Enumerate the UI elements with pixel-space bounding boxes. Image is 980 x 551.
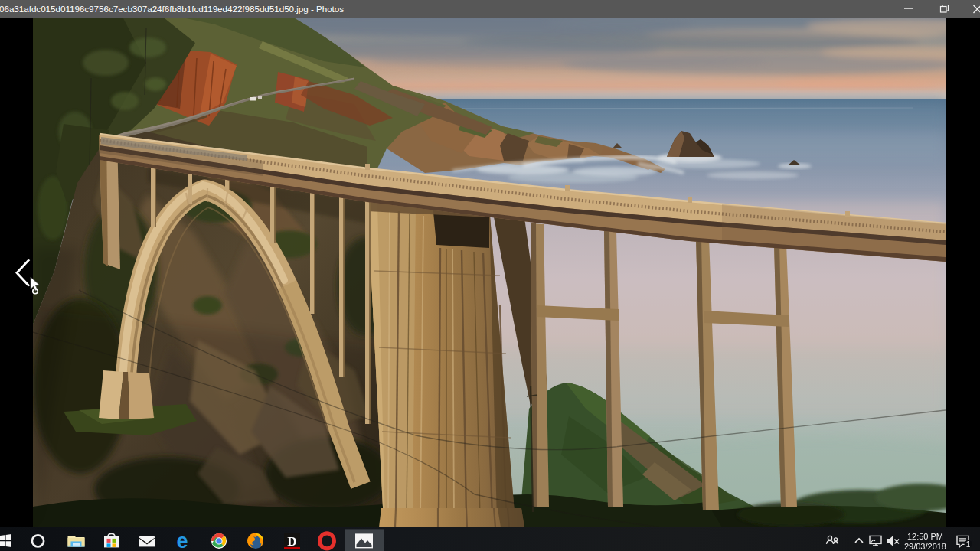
svg-text:1: 1 (966, 540, 971, 549)
svg-text:e: e (176, 530, 188, 551)
svg-text:29/03/2018: 29/03/2018 (904, 542, 946, 551)
svg-text:D: D (287, 534, 296, 549)
svg-text:12:50 PM: 12:50 PM (907, 532, 943, 541)
